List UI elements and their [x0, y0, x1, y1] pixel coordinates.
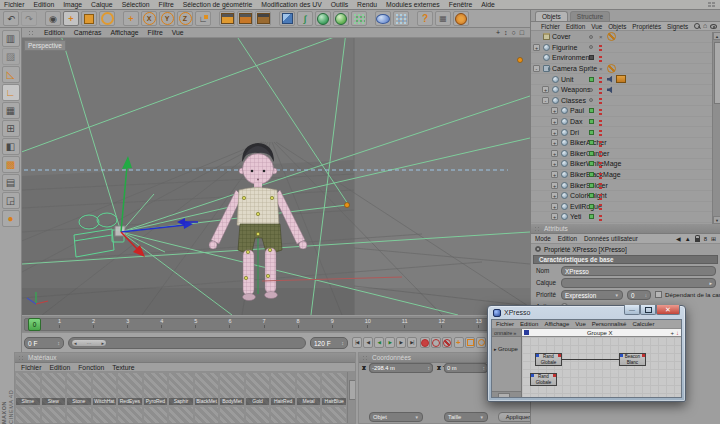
viewport-menu-item[interactable]: Caméras — [74, 29, 102, 36]
edges-mode-button[interactable]: ⊞ — [2, 120, 20, 137]
object-name[interactable]: BikerWhiteMage — [570, 160, 621, 167]
eye-icon[interactable] — [710, 24, 717, 29]
layer-dot[interactable] — [589, 130, 594, 135]
material-item[interactable]: Stew — [41, 372, 67, 406]
render-active-view-button[interactable] — [237, 11, 253, 26]
materials-menu-item[interactable]: Fichier — [21, 364, 41, 371]
xpresso-menu-item[interactable]: Affichage — [544, 321, 569, 327]
timeline-slider[interactable]: ◂⋯▸ — [68, 337, 306, 349]
layer-dot[interactable] — [589, 140, 594, 145]
material-item[interactable] — [296, 406, 322, 424]
drag-handle[interactable] — [18, 355, 25, 361]
pool-header[interactable]: onnaire» — [492, 329, 521, 337]
expander-icon[interactable]: - — [542, 97, 549, 104]
tree-row[interactable]: + EvilRogue — [531, 202, 712, 213]
menu-item[interactable]: Fichier — [4, 1, 24, 8]
tree-row[interactable]: - Camera Sprite — [531, 64, 712, 75]
layer-dot[interactable] — [589, 214, 594, 219]
material-item[interactable] — [117, 406, 143, 424]
timeline-slider-handle[interactable]: ◂⋯▸ — [71, 339, 107, 347]
axis-button[interactable]: + — [123, 11, 139, 26]
tree-row[interactable]: + BikerGunner — [531, 149, 712, 160]
visibility-dots[interactable] — [599, 128, 602, 136]
minimize-button[interactable]: — — [624, 305, 640, 315]
materials-scrollbar[interactable] — [347, 372, 355, 423]
tree-row[interactable]: + BikerWhiteMage — [531, 159, 712, 170]
help-button[interactable]: ? — [417, 11, 433, 26]
play-backward-button[interactable]: ◀ — [374, 337, 384, 348]
add-spline-button[interactable]: ∫ — [297, 11, 313, 26]
attributes-menu-item[interactable]: Données utilisateur — [584, 235, 638, 242]
collapse-group-icon[interactable]: ↓ — [676, 330, 679, 336]
material-item[interactable] — [321, 406, 347, 424]
expander-icon[interactable]: + — [551, 213, 558, 220]
viewport-menu-item[interactable]: Affichage — [110, 29, 138, 36]
material-item[interactable] — [168, 406, 194, 424]
layer-dot[interactable] — [589, 193, 594, 198]
pool-scrollbar[interactable] — [492, 391, 521, 397]
separator[interactable] — [273, 11, 277, 26]
object-name[interactable]: Environment — [552, 54, 591, 61]
layer-dot[interactable] — [589, 98, 593, 102]
layer-dot[interactable] — [589, 119, 594, 124]
priority-dropdown[interactable]: Expression▼ — [561, 290, 623, 300]
menu-item[interactable]: Rendu — [357, 1, 377, 8]
visibility-dots[interactable] — [599, 86, 602, 94]
xpresso-menu-item[interactable]: Calculer — [632, 321, 654, 327]
close-button[interactable]: ✕ — [656, 305, 680, 315]
material-item[interactable] — [15, 406, 41, 424]
scale-button[interactable] — [81, 11, 97, 26]
visibility-dots[interactable] — [599, 118, 602, 126]
expander-icon[interactable] — [542, 76, 549, 83]
object-menu-item[interactable]: Signets — [667, 23, 688, 30]
visibility-dots[interactable] — [599, 107, 602, 115]
visibility-dots[interactable] — [599, 213, 602, 221]
visibility-dots[interactable] — [599, 181, 602, 189]
key-scale-button[interactable] — [465, 337, 475, 348]
xpresso-node[interactable]: Beacon Blanc — [619, 353, 646, 366]
expander-icon[interactable] — [533, 54, 540, 61]
menu-item[interactable]: Outils — [331, 1, 348, 8]
tree-row[interactable]: + Dax — [531, 117, 712, 128]
xpresso-menu-item[interactable]: Edition — [520, 321, 538, 327]
layer-dot[interactable] — [589, 45, 593, 49]
tree-row[interactable]: + BikerArcher — [531, 138, 712, 149]
tree-row[interactable]: + BikerSoldier — [531, 180, 712, 191]
object-axis-button[interactable]: ∟ — [2, 84, 20, 101]
visibility-dots[interactable] — [599, 202, 602, 210]
play-button[interactable]: ▶ — [385, 337, 395, 348]
current-frame-field[interactable]: 0 F↕ — [24, 337, 64, 349]
record-keyframe-button[interactable] — [420, 337, 430, 348]
expander-icon[interactable]: + — [551, 118, 558, 125]
object-tag-icons[interactable] — [607, 64, 616, 73]
object-name[interactable]: EvilRogue — [570, 203, 602, 210]
menu-item[interactable]: Modules externes — [386, 1, 440, 8]
tab-structure[interactable]: Structure — [570, 11, 610, 21]
object-name[interactable]: Yeti — [570, 213, 581, 220]
layer-dot[interactable] — [589, 55, 594, 60]
xpresso-window[interactable]: XPresso — ✕ FichierEditionAffichageVuePe… — [487, 305, 686, 402]
layer-dot[interactable] — [589, 161, 594, 166]
material-item[interactable]: Slime — [15, 372, 41, 406]
expander-icon[interactable]: - — [533, 65, 540, 72]
layer-dot[interactable] — [589, 35, 593, 39]
axis-mode-button[interactable]: ◺ — [2, 66, 20, 83]
expander-icon[interactable]: + — [551, 129, 558, 136]
size-mode-dropdown[interactable]: Taille▼ — [444, 412, 488, 422]
size-field[interactable]: 0 m↕ — [444, 363, 488, 373]
material-item[interactable] — [41, 406, 67, 424]
object-name[interactable]: Cover — [552, 33, 571, 40]
visibility-dots[interactable] — [599, 139, 602, 147]
object-menu-item[interactable]: Objets — [608, 23, 626, 30]
drag-handle[interactable] — [534, 226, 541, 232]
visibility-dots[interactable] — [599, 33, 602, 41]
separator[interactable] — [213, 11, 217, 26]
camera-dependent-checkbox[interactable] — [655, 291, 662, 298]
section-header[interactable]: Caractéristiques de base — [533, 255, 718, 264]
xpresso-menu-item[interactable]: Personnalisé — [592, 321, 627, 327]
position-field[interactable]: -298.4 m↕ — [369, 363, 433, 373]
snap-button[interactable]: ● — [2, 210, 20, 227]
back-icon[interactable]: ◀ — [676, 235, 681, 242]
context-help-button[interactable]: ▦ — [435, 11, 451, 26]
drag-handle[interactable] — [28, 30, 35, 36]
